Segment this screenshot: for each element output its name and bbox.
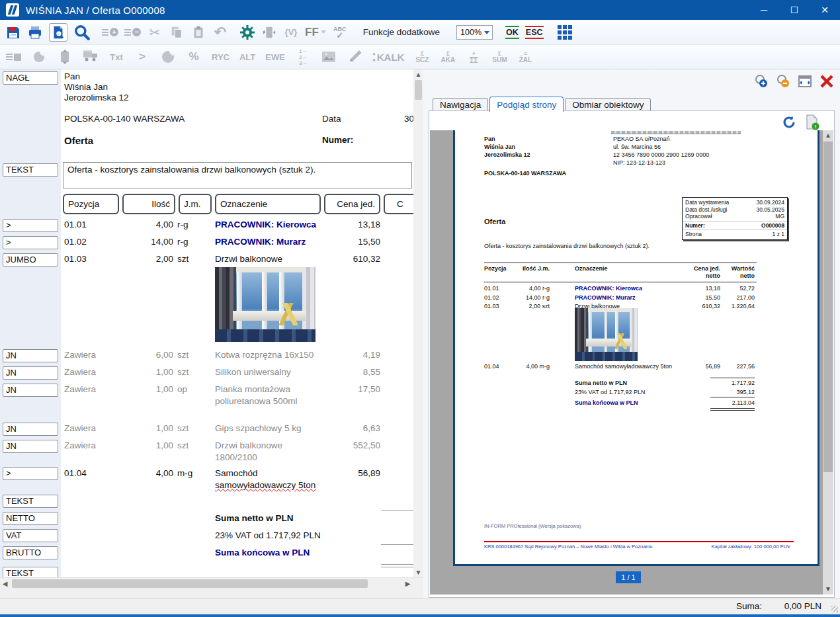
cell-pozycja[interactable]: 01.03 [64, 254, 87, 264]
tab-nawigacja[interactable]: Nawigacja [433, 98, 488, 112]
settings-gear-icon[interactable] [239, 23, 255, 42]
cell-cena[interactable]: 4,19 [322, 350, 380, 360]
scroll-up-arrow[interactable]: ▲ [823, 130, 833, 141]
print-preview-icon[interactable]: ⌕ [49, 23, 67, 42]
cell-oznaczenie[interactable]: Gips szpachlowy 5 kg [215, 423, 327, 433]
cell-cena[interactable]: 610,32 [322, 254, 380, 264]
document-info-icon[interactable]: ! [805, 114, 819, 132]
cell-oznaczenie[interactable]: PRACOWNIK: Murarz [215, 237, 327, 247]
cell-cena[interactable]: 6,63 [322, 423, 380, 433]
vat-label[interactable]: 23% VAT od 1.717,92 PLN [215, 530, 321, 540]
cell-oznaczenie[interactable]: Silikon uniwersalny [215, 367, 327, 377]
component-row[interactable]: Zawiera 1,00 op Pianka montażowa poliure… [61, 384, 413, 396]
date-value[interactable]: 30 [404, 114, 413, 124]
column-header-cena[interactable]: Cena jed. [324, 194, 380, 214]
fit-window-icon[interactable] [797, 73, 813, 89]
cell-oznaczenie[interactable]: Pianka montażowa [215, 384, 327, 394]
zoom-level-select[interactable]: 100% [456, 25, 493, 40]
document-content[interactable]: Pan Wiśnia Jan Jerozolimska 12 POLSKA-00… [61, 69, 413, 577]
editor-horizontal-scrollbar[interactable]: ◀ ▶ [0, 577, 423, 589]
spellcheck-icon[interactable]: ABC✓ [332, 23, 348, 42]
cell-pozycja[interactable]: 01.01 [64, 220, 87, 229]
cell-ilosc[interactable]: 1,00 [122, 423, 173, 433]
cell-ilosc[interactable]: 4,00 [122, 220, 173, 229]
recipient-name[interactable]: Wiśnia Jan [64, 82, 108, 92]
numer-label[interactable]: Numer: [322, 135, 353, 145]
cell-jm[interactable]: szt [177, 423, 189, 433]
cell-jm[interactable]: szt [177, 350, 189, 360]
cell-ilosc[interactable]: 1,00 [122, 367, 173, 377]
tab-obmiar-obiektowy[interactable]: Obmiar obiektowy [565, 98, 651, 112]
cell-jm[interactable]: szt [177, 254, 189, 264]
font-icon[interactable]: FF [305, 23, 326, 42]
cell-pozycja[interactable]: Zawiera [64, 367, 96, 377]
cell-cena[interactable]: 13,18 [322, 220, 380, 229]
row-tag-field[interactable]: JN [3, 440, 58, 453]
recipient-salutation[interactable]: Pan [64, 71, 80, 81]
cell-pozycja[interactable]: 01.02 [64, 237, 87, 247]
cell-oznaczenie[interactable]: Drzwi balkonowe [215, 254, 327, 264]
cell-oznaczenie-line2[interactable]: 1800/2100 [215, 452, 327, 462]
save-icon[interactable] [5, 23, 21, 42]
zoom-out-icon[interactable] [775, 73, 791, 89]
cell-oznaczenie-line2[interactable]: poliuretanowa 500ml [215, 396, 327, 406]
cell-cena[interactable]: 17,50 [322, 384, 380, 394]
preview-viewport[interactable]: Pan Wiśnia Jan Jerozolimska 12 POLSKA-00… [430, 130, 823, 595]
cell-pozycja[interactable]: Zawiera [64, 384, 96, 394]
cell-jm[interactable]: r-g [177, 237, 189, 247]
funkcje-dodatkowe-menu[interactable]: Funkcje dodatkowe [363, 27, 440, 37]
ok-button[interactable]: OK [505, 26, 519, 39]
cell-oznaczenie[interactable]: Kotwa rozprężna 16x150 [215, 350, 327, 360]
tab-podglad-strony[interactable]: Podgląd strony [489, 97, 564, 112]
row-tag-field[interactable]: > [3, 219, 58, 232]
cell-pozycja[interactable]: Zawiera [64, 350, 96, 360]
cell-ilosc[interactable]: 1,00 [122, 440, 173, 450]
cell-pozycja[interactable]: Zawiera [64, 440, 96, 450]
component-row[interactable]: Zawiera 1,00 szt Gips szpachlowy 5 kg 6,… [61, 423, 413, 435]
row-tag-field[interactable]: VAT [3, 529, 58, 542]
close-preview-icon[interactable] [819, 73, 835, 89]
variable-icon[interactable]: {V} [283, 23, 299, 42]
cell-oznaczenie[interactable]: Drzwi balkonowe [215, 440, 327, 450]
item-row[interactable]: 01.02 14,00 r-g PRACOWNIK: Murarz 15,50 [61, 237, 413, 249]
print-icon[interactable] [27, 23, 43, 42]
resize-grip[interactable] [831, 606, 838, 612]
scroll-left-arrow[interactable]: ◀ [0, 579, 10, 589]
cell-pozycja[interactable]: 01.04 [64, 468, 87, 478]
column-header-jm[interactable]: J.m. [179, 194, 212, 214]
cell-ilosc[interactable]: 6,00 [122, 350, 173, 360]
cell-jm[interactable]: r-g [177, 220, 189, 229]
item-row[interactable]: 01.04 4,00 m-g Samochód samowyładowawczy… [61, 468, 413, 480]
column-header-pozycja[interactable]: Pozycja [63, 194, 119, 214]
row-tag-field[interactable]: JUMBO [3, 253, 58, 267]
cell-ilosc[interactable]: 4,00 [122, 468, 173, 478]
cell-oznaczenie-line2-misspelled[interactable]: samowyładowawczy 5ton [215, 480, 327, 490]
suma-netto-label[interactable]: Suma netto w PLN [215, 513, 294, 523]
esc-button[interactable]: ESC [525, 26, 544, 39]
cell-cena[interactable]: 15,50 [322, 237, 380, 247]
row-tag-field[interactable]: TEKST [3, 163, 58, 177]
scrollbar-thumb[interactable] [823, 142, 833, 472]
column-header-clipped[interactable]: C [384, 194, 413, 214]
refresh-icon[interactable] [781, 114, 797, 132]
component-row[interactable]: Zawiera 1,00 szt Drzwi balkonowe 1800/21… [61, 440, 413, 452]
cell-cena[interactable]: 8,55 [322, 367, 380, 377]
date-label[interactable]: Data [322, 114, 341, 124]
cell-pozycja[interactable]: Zawiera [64, 423, 96, 433]
row-tag-field[interactable]: > [3, 467, 58, 480]
close-button[interactable]: ✕ [810, 0, 840, 20]
column-header-oznaczenie[interactable]: Oznaczenie [215, 194, 321, 214]
preview-vertical-scrollbar[interactable]: ▲ ▼ [823, 130, 833, 595]
row-tag-field[interactable]: JN [3, 366, 58, 380]
column-header-ilosc[interactable]: Ilość [122, 194, 175, 214]
scroll-down-arrow[interactable]: ▼ [823, 584, 833, 595]
doc-title[interactable]: Oferta [64, 135, 93, 146]
suma-koncowa-label[interactable]: Suma końcowa w PLN [215, 548, 310, 557]
grid-menu-icon[interactable] [558, 25, 572, 40]
editor-vertical-scrollbar[interactable]: ▲ ▼ [413, 69, 423, 577]
component-row[interactable]: Zawiera 6,00 szt Kotwa rozprężna 16x150 … [61, 350, 413, 362]
row-tag-field[interactable]: TEKST [3, 495, 58, 508]
item-row[interactable]: 01.01 4,00 r-g PRACOWNIK: Kierowca 13,18 [61, 220, 413, 231]
row-tag-field[interactable]: JN [3, 423, 58, 436]
cell-jm[interactable]: op [177, 384, 187, 394]
